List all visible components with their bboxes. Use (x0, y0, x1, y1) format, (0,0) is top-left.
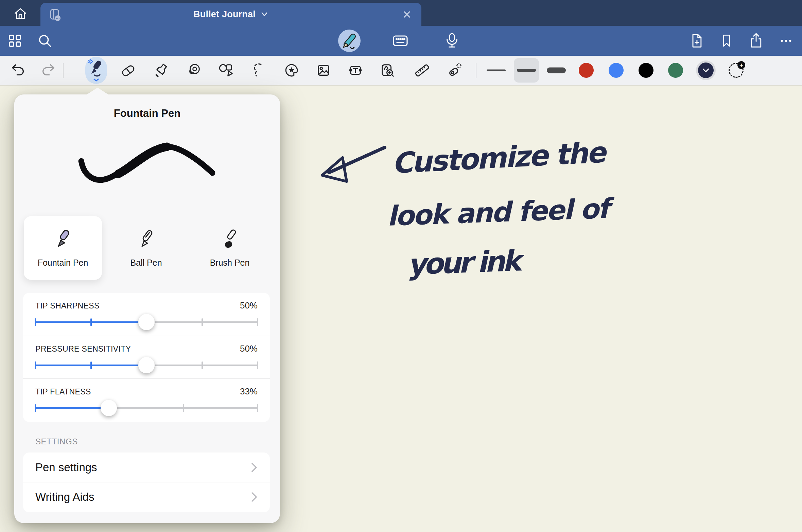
more-icon (779, 34, 793, 48)
chevron-down-icon[interactable] (260, 10, 268, 18)
image-tool-button[interactable] (316, 63, 331, 78)
navigation-toolbar (0, 26, 802, 56)
thickness-thick-button[interactable] (547, 68, 566, 73)
thumbnails-grid-button[interactable] (7, 33, 22, 48)
tip-flatness-slider[interactable] (35, 397, 258, 419)
shapes-tool-button[interactable] (218, 63, 234, 78)
eraser-icon (120, 63, 136, 78)
search-button[interactable] (37, 33, 53, 49)
title-bar: Bullet Journal (0, 0, 802, 26)
pen-attributes-card: TIP SHARPNESS 50% PRESSURE SENSITIVITY 5… (23, 293, 270, 422)
brush-pen-icon (221, 229, 238, 250)
slider-tick (35, 404, 36, 412)
bookmark-button[interactable] (719, 33, 734, 49)
fountain-pen-popover: Fountain Pen Fountain Pen Ball Pen Brush… (14, 94, 280, 523)
toolbar-divider (63, 63, 64, 78)
row-label: Pen settings (35, 461, 97, 474)
share-icon (749, 33, 764, 49)
ruler-icon (414, 62, 430, 78)
magic-pen-icon (446, 62, 463, 78)
slider-label: TIP FLATNESS (35, 387, 91, 396)
green-swatch-icon (668, 63, 683, 78)
pen-type-fountain[interactable]: Fountain Pen (24, 216, 102, 280)
text-icon (348, 63, 363, 78)
document-tab[interactable]: Bullet Journal (40, 3, 421, 26)
add-color-button[interactable]: + (729, 63, 744, 78)
slider-thumb[interactable] (138, 357, 155, 373)
dictation-button[interactable] (444, 32, 460, 49)
popover-arrow (86, 88, 109, 95)
thick-stroke-icon (547, 68, 566, 73)
pen-type-brush[interactable]: Brush Pen (191, 216, 269, 280)
text-tool-button[interactable] (348, 63, 363, 78)
slider-thumb[interactable] (101, 400, 117, 416)
popover-title: Fountain Pen (14, 107, 280, 120)
blue-swatch-icon (609, 63, 624, 78)
slider-tick (202, 318, 203, 326)
slider-value: 50% (240, 343, 258, 354)
close-icon (402, 10, 412, 19)
eraser-tool-button[interactable] (120, 63, 136, 78)
microphone-icon (444, 32, 460, 49)
elements-tool-button[interactable] (380, 63, 395, 78)
plus-badge-icon: + (737, 61, 745, 69)
writing-aids-row[interactable]: Writing Aids (23, 482, 270, 512)
slider-fill (35, 407, 109, 409)
tip-sharpness-slider[interactable] (35, 311, 258, 333)
slider-thumb[interactable] (138, 314, 155, 330)
row-label: Writing Aids (35, 491, 94, 503)
image-icon (316, 63, 331, 78)
sticker-tool-button[interactable] (284, 63, 299, 78)
color-swatch-blue[interactable] (609, 63, 624, 78)
bookmark-icon (719, 33, 734, 49)
keyboard-mode-button[interactable] (392, 33, 409, 48)
ball-pen-icon (138, 229, 155, 250)
ruler-tool-button[interactable] (414, 62, 430, 78)
lasso-tool-button[interactable] (252, 63, 267, 78)
add-page-button[interactable] (689, 33, 704, 49)
medium-stroke-icon (517, 69, 536, 72)
handwritten-note: Customize the look and feel of your ink (386, 136, 615, 281)
tape-tool-button[interactable] (186, 63, 202, 78)
redo-icon (40, 63, 55, 78)
slider-tick (183, 404, 184, 412)
slider-tick (257, 361, 258, 369)
undo-button[interactable] (11, 63, 27, 78)
black-swatch-icon (639, 63, 653, 78)
pen-tool-button[interactable] (85, 57, 107, 84)
pen-type-label: Fountain Pen (38, 258, 88, 268)
close-tab-button[interactable] (401, 8, 413, 20)
slider-tick (35, 318, 36, 326)
toolbar-divider (476, 63, 476, 78)
highlighter-tool-button[interactable] (153, 63, 169, 78)
color-swatch-red[interactable] (579, 63, 594, 78)
thickness-thin-button[interactable] (487, 70, 506, 71)
more-options-button[interactable] (779, 34, 793, 48)
keyboard-icon (392, 33, 409, 48)
thickness-medium-button[interactable] (514, 58, 539, 83)
pen-type-label: Ball Pen (130, 258, 162, 268)
pen-tool-icon (85, 57, 107, 84)
share-button[interactable] (749, 33, 764, 49)
color-swatch-green[interactable] (668, 63, 683, 78)
redo-button[interactable] (40, 63, 55, 78)
note-line-3: your ink (407, 244, 526, 281)
slider-value: 50% (240, 300, 258, 311)
selected-swatch-ring (696, 60, 716, 80)
chevron-down-icon (702, 68, 710, 73)
shapes-icon (218, 63, 234, 78)
magic-pen-tool-button[interactable] (446, 62, 463, 78)
slider-value: 33% (240, 386, 258, 397)
pen-mode-button[interactable] (338, 30, 361, 52)
pen-type-ball[interactable]: Ball Pen (107, 216, 185, 280)
color-swatch-black[interactable] (639, 63, 653, 78)
slider-tick (90, 361, 92, 369)
pen-settings-row[interactable]: Pen settings (23, 453, 270, 482)
red-swatch-icon (579, 63, 594, 78)
pressure-sensitivity-slider[interactable] (35, 354, 258, 376)
note-line-1: Customize the (391, 136, 608, 180)
note-line-2: look and feel of (386, 193, 615, 232)
slider-tick (90, 318, 92, 326)
color-swatch-navy-selected[interactable] (696, 60, 716, 80)
home-button[interactable] (12, 5, 29, 22)
